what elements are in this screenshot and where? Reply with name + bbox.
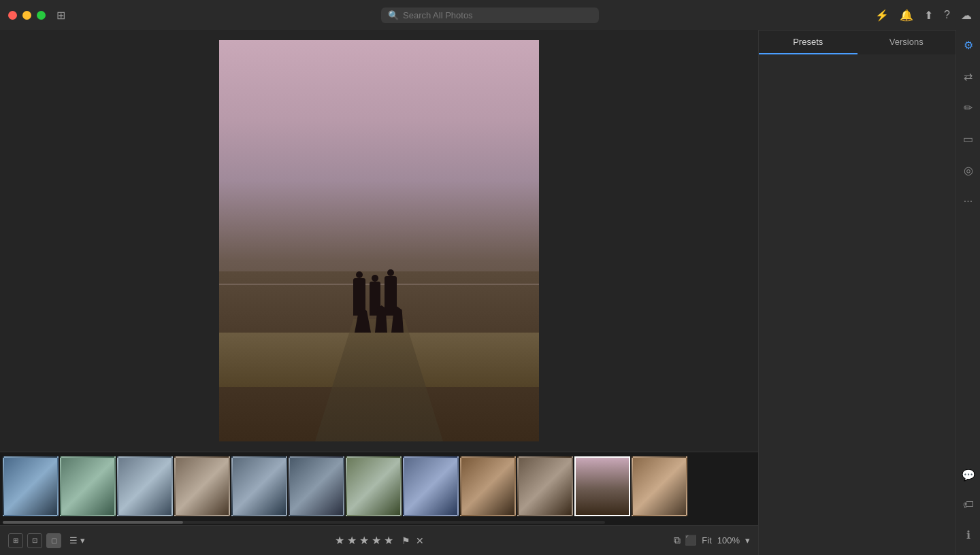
film-thumb-6[interactable] [346,456,402,516]
filmstrip [0,452,758,520]
sort-chevron: ▾ [80,535,85,545]
maximize-button[interactable] [37,11,46,20]
redeye-icon[interactable]: ◎ [959,161,978,180]
zoom-chevron[interactable]: ▾ [745,535,750,545]
notifications-icon[interactable]: 🔔 [900,9,913,22]
search-input[interactable] [403,10,592,20]
crop-icon[interactable]: ⇄ [959,67,978,86]
cloud-icon[interactable]: ☁ [961,9,972,22]
search-bar: 🔍 [381,7,599,23]
star-3[interactable]: ★ [359,534,369,547]
grid-view-icon[interactable]: ⊞ [8,533,23,548]
help-icon[interactable]: ? [944,9,950,21]
panel-tabs: PresetsVersions [759,30,956,54]
sort-icon: ☰ [69,535,78,545]
split-icon[interactable]: ⬛ [685,535,696,546]
filmstrip-inner [0,456,690,516]
film-thumb-10[interactable] [574,456,630,516]
panel-toolbar: ⚙ ⇄ ✏ ▭ ◎ ··· 💬 🏷 ℹ [956,30,980,555]
sort-button[interactable]: ☰ ▾ [69,535,85,545]
compare-icons: ⧉ ⬛ [674,535,696,546]
compare-icon[interactable]: ⧉ [674,535,681,546]
single-view-icon[interactable]: ▢ [46,533,61,548]
flag-icons: ⚑ ✕ [402,535,424,546]
sidebar-toggle[interactable]: ⊞ [56,9,65,22]
titlebar: ⊞ 🔍 ⚡ 🔔 ⬆ ? ☁ [0,0,980,30]
film-thumb-8[interactable] [460,456,516,516]
flag-icon[interactable]: ⚑ [402,535,410,546]
more-icon[interactable]: ··· [959,192,978,211]
film-thumb-7[interactable] [403,456,459,516]
view-icons: ⊞ ⊡ ▢ [8,533,61,548]
star-2[interactable]: ★ [347,534,357,547]
film-thumb-11[interactable] [632,456,687,516]
filter-icon[interactable]: ⚡ [875,9,889,22]
photo-area: ⊞ ⊡ ▢ ☰ ▾ ★ ★ ★ ★ ★ ⚑ ✕ ⧉ [0,30,758,555]
main-photo [219,40,539,441]
tags-icon[interactable]: 🏷 [959,495,978,514]
tab-presets[interactable]: Presets [759,31,858,54]
film-thumb-2[interactable] [117,456,173,516]
search-icon: 🔍 [388,10,399,20]
right-panel: ◀ ▶ Edit Auto B&W [758,30,956,555]
minimize-button[interactable] [22,11,31,20]
fit-zoom: ⧉ ⬛ Fit 100% ▾ [674,535,750,546]
film-thumb-0[interactable] [3,456,59,516]
film-thumb-1[interactable] [60,456,116,516]
adjust-icon[interactable]: ⚙ [959,35,978,54]
star-5[interactable]: ★ [384,534,393,547]
heal-icon[interactable]: ✏ [959,98,978,117]
titlebar-right: ⚡ 🔔 ⬆ ? ☁ [875,9,972,22]
reject-icon[interactable]: ✕ [416,535,424,546]
photo-viewer [0,30,758,452]
main: ⊞ ⊡ ▢ ☰ ▾ ★ ★ ★ ★ ★ ⚑ ✕ ⧉ [0,30,980,555]
mask-icon[interactable]: ▭ [959,129,978,148]
fit-label: Fit [702,535,711,545]
film-thumb-5[interactable] [289,456,344,516]
film-thumb-3[interactable] [174,456,230,516]
quad-view-icon[interactable]: ⊡ [27,533,42,548]
star-1[interactable]: ★ [335,534,344,547]
star-4[interactable]: ★ [372,534,381,547]
filmstrip-scrollbar[interactable] [0,520,758,525]
info-icon[interactable]: ℹ [959,525,978,544]
star-rating[interactable]: ★ ★ ★ ★ ★ ⚑ ✕ [335,534,424,547]
comments-icon[interactable]: 💬 [959,465,978,484]
close-button[interactable] [8,11,17,20]
film-thumb-9[interactable] [517,456,573,516]
film-thumb-4[interactable] [231,456,287,516]
traffic-lights [8,11,46,20]
share-icon[interactable]: ⬆ [924,9,933,22]
bottom-bar: ⊞ ⊡ ▢ ☰ ▾ ★ ★ ★ ★ ★ ⚑ ✕ ⧉ [0,525,758,555]
tab-versions[interactable]: Versions [858,31,956,54]
zoom-value[interactable]: 100% [717,535,740,545]
